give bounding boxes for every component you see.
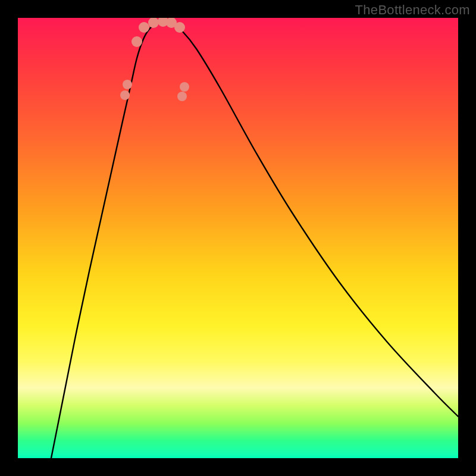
marker-dot <box>174 22 185 33</box>
marker-dot <box>139 22 149 33</box>
curve-layer <box>18 18 458 458</box>
chart-frame: TheBottleneck.com <box>0 0 476 476</box>
plot-area <box>18 18 458 458</box>
marker-dot <box>180 82 189 92</box>
marker-dot <box>120 90 130 100</box>
watermark-text: TheBottleneck.com <box>355 2 470 18</box>
marker-dot <box>123 80 132 89</box>
marker-dot <box>148 18 159 28</box>
bottleneck-curve <box>51 21 458 458</box>
marker-dot <box>177 92 187 101</box>
marker-dot <box>131 36 142 47</box>
